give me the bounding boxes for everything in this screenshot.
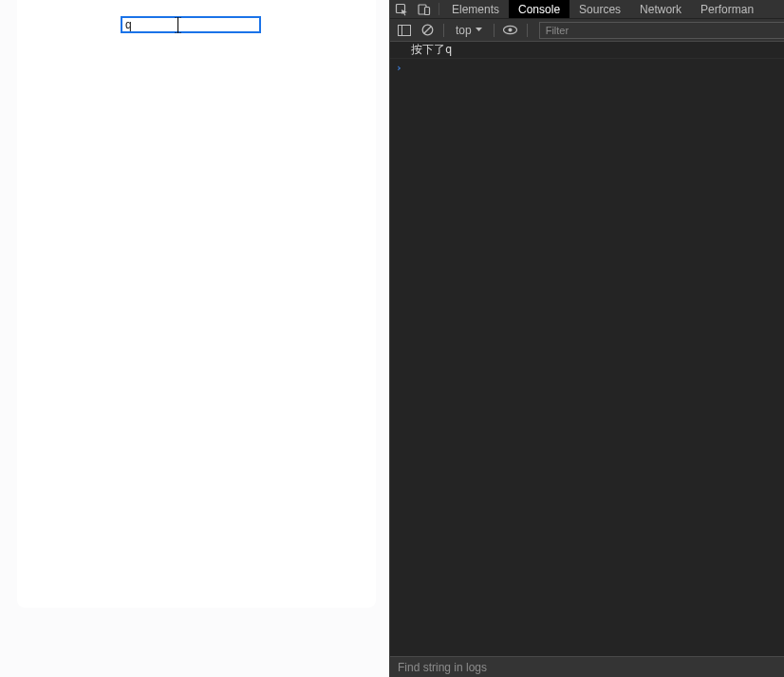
- tab-sources[interactable]: Sources: [569, 0, 630, 18]
- tab-separator: [439, 3, 439, 15]
- toolbar-separator: [443, 24, 444, 37]
- console-toolbar: top: [390, 19, 784, 42]
- svg-line-6: [424, 27, 431, 33]
- find-in-logs-input[interactable]: [390, 657, 784, 677]
- inspect-element-icon[interactable]: [390, 0, 413, 18]
- devtools-panel: Elements Console Sources Network Perform…: [389, 0, 784, 677]
- execution-context-selector[interactable]: top: [450, 24, 488, 37]
- tab-console[interactable]: Console: [509, 0, 569, 18]
- console-prompt[interactable]: ›: [390, 59, 784, 76]
- devtools-tabs: Elements Console Sources Network Perform…: [390, 0, 784, 19]
- webpage-area: [0, 0, 389, 677]
- tab-performance[interactable]: Performan: [691, 0, 763, 18]
- console-filter-input[interactable]: [539, 22, 784, 39]
- tab-elements[interactable]: Elements: [442, 0, 509, 18]
- console-find-bar: [390, 656, 784, 677]
- svg-rect-3: [399, 25, 411, 35]
- live-expression-icon[interactable]: [500, 19, 521, 42]
- context-label: top: [456, 24, 472, 37]
- page-text-input[interactable]: [121, 16, 261, 33]
- chevron-right-icon: ›: [396, 62, 402, 74]
- console-output[interactable]: 按下了q ›: [390, 42, 784, 656]
- svg-point-8: [509, 28, 513, 32]
- clear-console-icon[interactable]: [417, 19, 438, 42]
- svg-rect-2: [425, 7, 430, 14]
- device-toolbar-icon[interactable]: [413, 0, 436, 18]
- toolbar-separator: [527, 24, 528, 37]
- tab-network[interactable]: Network: [630, 0, 691, 18]
- toolbar-separator: [494, 24, 495, 37]
- chevron-down-icon: [476, 28, 482, 32]
- webpage-body: [17, 0, 376, 608]
- console-sidebar-toggle-icon[interactable]: [394, 19, 415, 42]
- console-log-entry[interactable]: 按下了q: [390, 42, 784, 59]
